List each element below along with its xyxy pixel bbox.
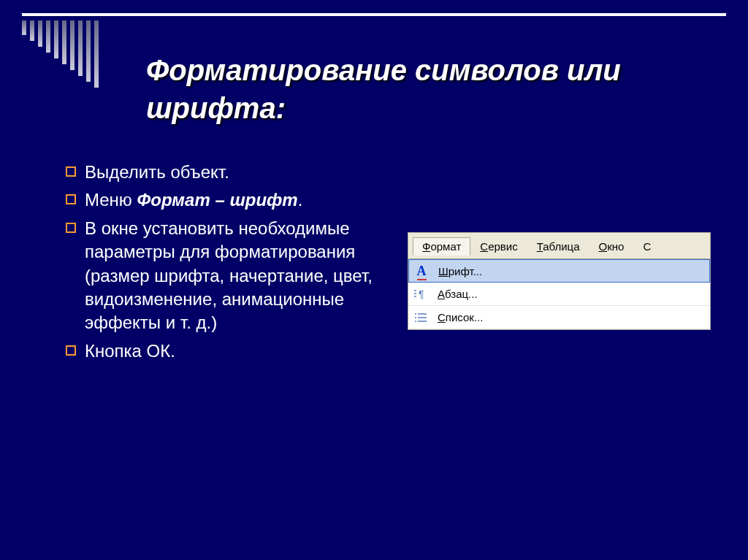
bullet-suffix: . bbox=[298, 190, 303, 210]
bullet-icon bbox=[66, 194, 76, 204]
dropdown-item-font[interactable]: A Шрифт... bbox=[408, 259, 710, 283]
bullet-item: Кнопка ОК. bbox=[66, 340, 380, 363]
bullet-prefix: Меню bbox=[85, 190, 137, 210]
dropdown-item-list[interactable]: Список... bbox=[408, 306, 710, 329]
decorative-stripes bbox=[22, 20, 99, 88]
menu-window[interactable]: Окно bbox=[589, 237, 634, 256]
font-icon: A bbox=[409, 264, 434, 279]
bullet-text: Кнопка ОК. bbox=[85, 340, 175, 363]
dropdown-label: Абзац... bbox=[433, 288, 478, 300]
bullet-icon bbox=[66, 223, 76, 233]
bullet-text: В окне установить необходимые параметры … bbox=[85, 217, 380, 335]
title-text: Форматирование символов или шрифта: bbox=[146, 51, 704, 127]
bullet-text: Меню Формат – шрифт. bbox=[85, 188, 302, 212]
bullet-list: Выделить объект. Меню Формат – шрифт. В … bbox=[66, 161, 380, 367]
menu-service[interactable]: Сервис bbox=[470, 237, 527, 256]
dropdown-item-paragraph[interactable]: ¶ Абзац... bbox=[408, 283, 710, 306]
decorative-top-bar bbox=[22, 13, 726, 16]
menubar: Формат Сервис Таблица Окно С bbox=[408, 233, 710, 258]
paragraph-icon: ¶ bbox=[408, 289, 433, 299]
dropdown-label: Список... bbox=[433, 311, 483, 323]
menu-table[interactable]: Таблица bbox=[527, 237, 589, 256]
format-dropdown: A Шрифт... ¶ Абзац... bbox=[408, 258, 710, 329]
bullet-text: Выделить объект. bbox=[85, 161, 229, 184]
menu-truncated[interactable]: С bbox=[633, 237, 660, 256]
list-icon bbox=[408, 313, 433, 322]
menu-format[interactable]: Формат bbox=[413, 237, 470, 256]
bullet-icon bbox=[66, 166, 76, 177]
bullet-item: Выделить объект. bbox=[66, 161, 380, 184]
word-menu-screenshot: Формат Сервис Таблица Окно С A Шрифт... … bbox=[408, 232, 711, 330]
bullet-item: В окне установить необходимые параметры … bbox=[66, 217, 380, 335]
slide-title: Форматирование символов или шрифта: bbox=[146, 51, 704, 127]
dropdown-label: Шрифт... bbox=[434, 265, 482, 277]
bullet-emphasis: Формат – шрифт bbox=[137, 190, 298, 210]
bullet-icon bbox=[66, 345, 76, 356]
svg-text:¶: ¶ bbox=[419, 289, 424, 299]
bullet-item: Меню Формат – шрифт. bbox=[66, 188, 380, 212]
